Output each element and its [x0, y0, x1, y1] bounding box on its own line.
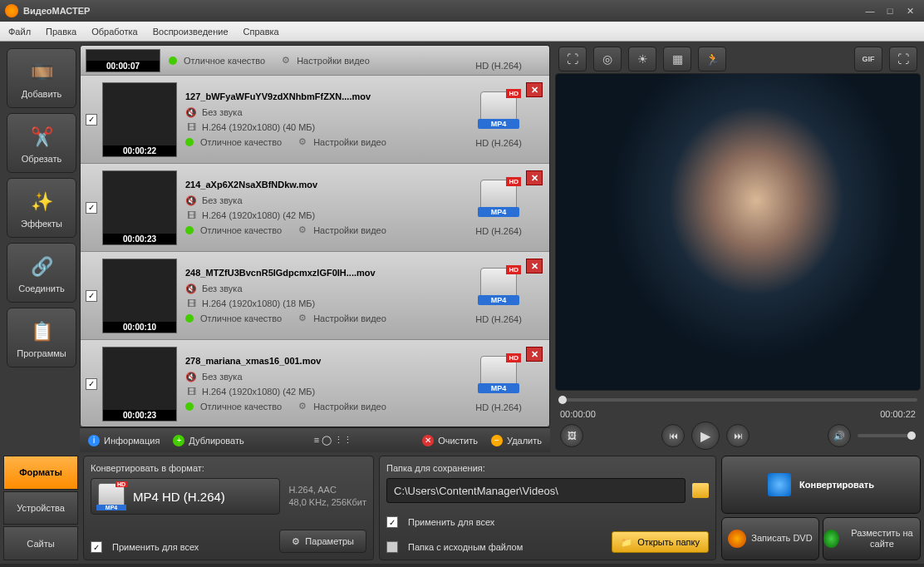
- browse-folder-button[interactable]: [692, 483, 709, 498]
- format-apply-all[interactable]: ✓Применить для всех: [91, 541, 199, 553]
- menu-file[interactable]: Файл: [8, 27, 31, 37]
- format-selector[interactable]: HDMP4 MP4 HD (H.264): [91, 478, 280, 515]
- trim-button[interactable]: ✂️Обрезать: [7, 113, 76, 173]
- close-button[interactable]: ✕: [901, 3, 919, 18]
- volume-button[interactable]: 🔊: [828, 424, 851, 447]
- item-checkbox[interactable]: ✓: [86, 114, 97, 126]
- settings-label[interactable]: Настройки видео: [313, 402, 386, 412]
- folder-label: Папка для сохранения:: [386, 463, 709, 473]
- folder-path-input[interactable]: [386, 478, 686, 503]
- maximize-button[interactable]: □: [881, 3, 899, 18]
- parameters-button[interactable]: ⚙Параметры: [279, 530, 366, 553]
- preview-panel: ⛶ ◎ ☀ ▦ 🏃 GIF ⛶ 00:00:00 00:00:22 🖼 ⏮ ▶ …: [555, 45, 921, 452]
- duplicate-button[interactable]: +Дублировать: [173, 435, 243, 446]
- video-thumbnail: 00:00:07: [86, 49, 160, 72]
- tab-devices[interactable]: Устройства: [3, 491, 78, 525]
- format-label: H.264 (1920x1080) (40 МБ): [202, 122, 315, 132]
- effects-button[interactable]: ✨Эффекты: [7, 178, 76, 238]
- dvd-icon: [728, 530, 746, 548]
- output-format-icon[interactable]: HDMP4: [480, 356, 517, 392]
- menu-help[interactable]: Справка: [243, 27, 279, 37]
- audio-label: Без звука: [202, 372, 243, 382]
- duplicate-icon: +: [173, 435, 184, 446]
- settings-label[interactable]: Настройки видео: [313, 225, 386, 235]
- time-total: 00:00:22: [880, 409, 916, 419]
- gif-button[interactable]: GIF: [854, 47, 882, 71]
- quality-dot-icon: [185, 314, 194, 323]
- folder-apply-all[interactable]: ✓Применить для всех: [386, 516, 709, 528]
- format-label: H.264 (1920x1080) (42 МБ): [202, 210, 315, 220]
- tab-formats[interactable]: Форматы: [3, 456, 78, 490]
- video-item[interactable]: 00:00:07 Отличное качество ⚙Настройки ви…: [81, 46, 549, 76]
- convert-button[interactable]: Конвертировать: [721, 456, 921, 514]
- video-name: 127_bWFyaWFuYV9zdXNhbmFfZXN....mov: [185, 91, 445, 101]
- clear-button[interactable]: ✕Очистить: [422, 435, 478, 446]
- remove-item-button[interactable]: ✕: [526, 170, 543, 185]
- menu-playback[interactable]: Воспроизведение: [153, 27, 229, 37]
- volume-knob[interactable]: [907, 431, 916, 440]
- frame-tool-button[interactable]: ▦: [663, 47, 691, 71]
- quality-dot-icon: [185, 226, 194, 234]
- remove-item-button[interactable]: ✕: [526, 347, 543, 362]
- video-item[interactable]: ✓ 00:00:22 127_bWFyaWFuYV9zdXNhbmFfZXN..…: [81, 76, 549, 164]
- list-toolbar: iИнформация +Дублировать ≡ ◯ ⋮⋮ ✕Очистит…: [80, 427, 550, 452]
- gear-icon: ⚙: [298, 136, 307, 147]
- video-list[interactable]: 00:00:07 Отличное качество ⚙Настройки ви…: [80, 45, 550, 427]
- output-format-icon[interactable]: HDMP4: [480, 180, 517, 216]
- checkbox-icon: ✓: [386, 516, 398, 528]
- item-checkbox[interactable]: ✓: [86, 290, 97, 302]
- output-format-icon[interactable]: HDMP4: [480, 91, 517, 128]
- format-label: H.264 (1920x1080) (42 МБ): [202, 387, 315, 397]
- timeline-knob[interactable]: [558, 396, 567, 404]
- programs-button[interactable]: 📋Программы: [7, 308, 76, 367]
- video-item[interactable]: ✓ 00:00:10 248_MTZfU3BvcnR5IGdpcmxzIGF0I…: [81, 252, 549, 340]
- settings-label[interactable]: Настройки видео: [297, 56, 370, 66]
- brightness-tool-button[interactable]: ☀: [628, 47, 656, 71]
- settings-label[interactable]: Настройки видео: [313, 313, 386, 323]
- delete-button[interactable]: −Удалить: [491, 435, 542, 446]
- snapshot-button[interactable]: 🖼: [560, 424, 583, 447]
- effects-icon: ✨: [27, 187, 57, 217]
- menu-process[interactable]: Обработка: [91, 27, 137, 37]
- next-button[interactable]: ⏭: [726, 424, 750, 447]
- item-checkbox[interactable]: ✓: [86, 202, 97, 214]
- output-format-label: HD (H.264): [475, 402, 522, 412]
- player-controls: 🖼 ⏮ ▶ ⏭ 🔊: [555, 419, 921, 452]
- menu-edit[interactable]: Правка: [46, 27, 76, 37]
- dvd-button[interactable]: Записать DVD: [721, 517, 819, 560]
- clear-icon: ✕: [422, 435, 434, 446]
- output-format-label: HD (H.264): [475, 138, 522, 148]
- add-button[interactable]: 🎞️Добавить: [7, 48, 76, 108]
- duration-label: 00:00:22: [103, 145, 176, 156]
- timeline[interactable]: [555, 391, 921, 409]
- volume-slider[interactable]: [858, 434, 916, 437]
- remove-item-button[interactable]: ✕: [526, 259, 543, 274]
- remove-item-button[interactable]: ✕: [526, 82, 543, 97]
- video-item[interactable]: ✓ 00:00:23 214_aXp6X2NsaXBfNDkw.mov 🔇Без…: [81, 164, 549, 252]
- join-button[interactable]: 🔗Соединить: [7, 243, 76, 303]
- info-button[interactable]: iИнформация: [88, 435, 160, 446]
- fullscreen-button[interactable]: ⛶: [889, 47, 917, 71]
- crop-tool-button[interactable]: ⛶: [558, 47, 587, 71]
- open-folder-button[interactable]: 📁Открыть папку: [612, 531, 709, 553]
- duration-label: 00:00:07: [86, 61, 160, 71]
- prev-button[interactable]: ⏮: [661, 424, 685, 447]
- tab-sites[interactable]: Сайты: [3, 526, 78, 560]
- delete-icon: −: [491, 435, 503, 446]
- video-preview[interactable]: [555, 73, 921, 391]
- upload-button[interactable]: Разместить на сайте: [823, 517, 921, 560]
- speed-tool-button[interactable]: 🏃: [698, 47, 726, 71]
- folder-source[interactable]: Папка с исходным файлом: [386, 541, 523, 553]
- video-thumbnail: 00:00:10: [102, 259, 177, 333]
- enhance-tool-button[interactable]: ◎: [593, 47, 622, 71]
- video-item[interactable]: ✓ 00:00:23 278_mariana_xmas16_001.mov 🔇Б…: [81, 340, 549, 427]
- view-toggle[interactable]: ≡ ◯ ⋮⋮: [314, 435, 353, 446]
- audio-icon: 🔇: [185, 283, 197, 294]
- settings-label[interactable]: Настройки видео: [313, 137, 386, 147]
- play-button[interactable]: ▶: [691, 422, 720, 450]
- item-checkbox[interactable]: ✓: [86, 378, 97, 390]
- minimize-button[interactable]: —: [861, 3, 879, 18]
- video-thumbnail: 00:00:23: [102, 347, 177, 422]
- format-name: MP4 HD (H.264): [133, 490, 225, 504]
- output-format-icon[interactable]: HDMP4: [480, 268, 517, 304]
